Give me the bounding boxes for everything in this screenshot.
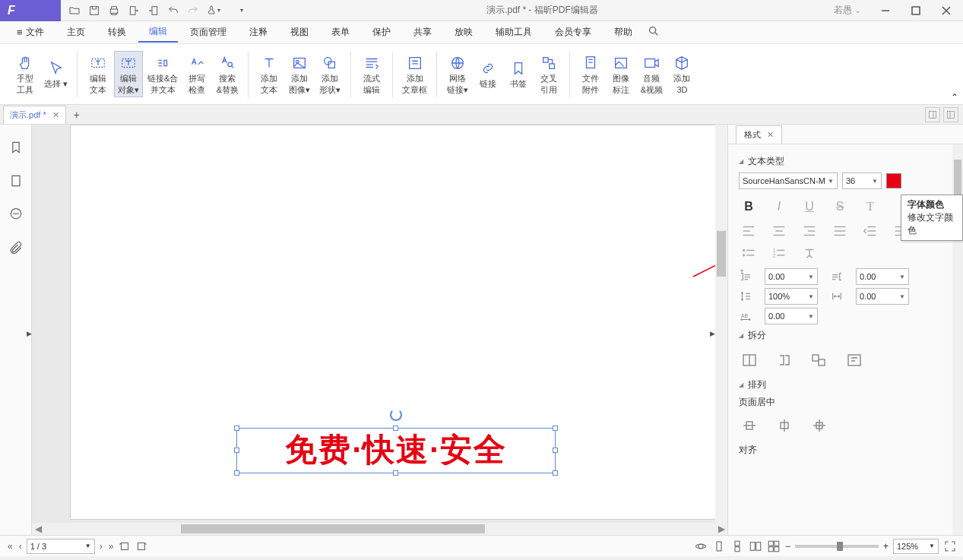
continuous-icon[interactable] (730, 539, 744, 553)
next-page-button[interactable]: › (98, 539, 104, 553)
menu-form[interactable]: 表单 (321, 23, 360, 42)
ab-spacing-input[interactable]: 0.00▼ (765, 308, 818, 324)
close-button[interactable] (933, 1, 960, 21)
prev-page-button[interactable]: ‹ (17, 539, 24, 553)
menu-protect[interactable]: 保护 (362, 23, 401, 42)
link-merge-button[interactable]: 链接&合 并文本 (144, 51, 181, 97)
resize-handle[interactable] (553, 470, 558, 476)
panel-toggle-2[interactable] (943, 107, 958, 122)
selected-text-box[interactable]: 免费·快速·安全 (236, 428, 556, 473)
import-icon[interactable] (144, 2, 163, 20)
web-link-button[interactable]: 网络 链接▾ (443, 52, 472, 96)
scroll-thumb[interactable] (717, 231, 726, 277)
scroll-thumb[interactable] (181, 524, 485, 533)
hand-tool-button[interactable]: 手型 工具 (11, 52, 40, 96)
indent-left-button[interactable] (862, 223, 879, 239)
add-image-button[interactable]: 添加 图像▾ (285, 52, 314, 96)
bold-button[interactable]: B (740, 198, 757, 215)
align-justify-button[interactable] (832, 223, 848, 239)
two-continuous-icon[interactable] (767, 539, 781, 553)
audio-video-button[interactable]: 音频 &视频 (637, 52, 666, 96)
menu-pages[interactable]: 页面管理 (179, 23, 237, 42)
single-page-icon[interactable] (712, 539, 726, 553)
undo-icon[interactable] (164, 2, 182, 20)
save-icon[interactable] (85, 2, 103, 20)
menu-convert[interactable]: 转换 (97, 23, 137, 42)
scroll-right-icon[interactable]: ▶ (715, 524, 727, 534)
flow-edit-button[interactable]: 流式 编辑 (357, 52, 386, 96)
panel-toggle-1[interactable] (925, 107, 940, 122)
strike-button[interactable]: S (832, 198, 848, 215)
zoom-slider[interactable] (795, 545, 879, 548)
cross-ref-button[interactable]: 交叉 引用 (534, 52, 563, 96)
indent-right-input[interactable]: 0.00▼ (856, 268, 909, 285)
text-direction-button[interactable]: ▾ (801, 245, 818, 262)
menu-vip[interactable]: 会员专享 (544, 23, 602, 42)
resize-handle[interactable] (234, 470, 239, 476)
first-page-button[interactable]: « (6, 539, 14, 553)
super-sub-button[interactable]: T (862, 198, 879, 215)
resize-handle[interactable] (234, 426, 239, 431)
line-spacing-input[interactable]: 100%▼ (765, 288, 818, 305)
char-spacing-input[interactable]: 0.00▼ (856, 288, 909, 305)
maximize-button[interactable] (902, 1, 930, 21)
edit-text-button[interactable]: 编辑 文本 (84, 51, 112, 97)
new-tab-button[interactable]: + (74, 109, 80, 121)
font-size-select[interactable]: 36▼ (842, 172, 882, 189)
unlink-button[interactable] (845, 351, 863, 369)
search-replace-button[interactable]: 搜索 &替换 (213, 51, 242, 97)
user-name[interactable]: 若愚 (834, 4, 852, 17)
scroll-left-icon[interactable]: ◀ (32, 524, 44, 534)
bookmark-button[interactable]: 书签 (504, 52, 533, 96)
minimize-button[interactable] (872, 1, 899, 21)
attachments-nav-icon[interactable] (8, 240, 24, 255)
menu-edit[interactable]: 编辑 (138, 22, 178, 43)
format-tab[interactable]: 格式✕ (736, 125, 782, 144)
rotate-left-icon[interactable] (118, 539, 131, 553)
italic-button[interactable]: I (771, 198, 787, 215)
menu-play[interactable]: 放映 (444, 23, 483, 42)
align-left-button[interactable] (740, 223, 757, 239)
canvas-area[interactable]: 免费·快速·安全 ◀ ▶ ▶ (32, 125, 727, 535)
document-tab[interactable]: 演示.pdf * ✕ (3, 106, 66, 124)
bookmark-nav-icon[interactable] (8, 140, 24, 155)
rotate-right-icon[interactable] (135, 539, 148, 553)
two-page-icon[interactable] (749, 539, 762, 553)
bullet-list-button[interactable]: ▾ (740, 245, 757, 262)
article-box-button[interactable]: 添加 文章框 (399, 52, 430, 96)
vertical-scrollbar[interactable] (715, 125, 727, 535)
center-horizontal-button[interactable] (740, 416, 759, 435)
touch-icon[interactable]: ▾ (204, 2, 222, 20)
nav-expand-icon[interactable]: ▶ (27, 330, 32, 337)
pages-nav-icon[interactable] (8, 173, 24, 188)
menu-help[interactable]: 帮助 (603, 23, 643, 42)
menu-comment[interactable]: 注释 (239, 23, 278, 42)
comments-nav-icon[interactable] (8, 207, 24, 222)
section-text-type[interactable]: 文本类型 (739, 155, 952, 168)
center-both-button[interactable] (810, 416, 828, 435)
image-annot-button[interactable]: 图像 标注 (607, 52, 635, 96)
export-icon[interactable] (125, 2, 143, 20)
zoom-out-button[interactable]: − (785, 541, 790, 552)
split-text-button[interactable] (775, 351, 794, 369)
font-family-select[interactable]: SourceHanSansCN-M▼ (739, 172, 838, 189)
last-page-button[interactable]: » (107, 539, 116, 553)
rotate-handle[interactable] (390, 409, 402, 421)
menu-file[interactable]: ≡文件 (6, 23, 55, 42)
add-shape-button[interactable]: 添加 形状▾ (315, 52, 344, 96)
underline-button[interactable]: U (801, 198, 818, 215)
number-list-button[interactable]: 12▾ (771, 245, 787, 262)
zoom-slider-handle[interactable] (837, 542, 843, 551)
font-color-button[interactable] (886, 173, 901, 188)
spell-check-button[interactable]: 拼写 检查 (182, 51, 211, 97)
fullscreen-icon[interactable] (943, 539, 957, 553)
panel-collapse-icon[interactable]: ▶ (710, 330, 715, 337)
menu-search-icon[interactable] (648, 25, 660, 40)
open-icon[interactable] (65, 2, 84, 20)
center-vertical-button[interactable] (775, 416, 794, 435)
tab-close-icon[interactable]: ✕ (52, 110, 59, 120)
align-center-button[interactable] (771, 223, 787, 239)
qat-more-icon[interactable]: ▾ (233, 2, 251, 20)
edit-object-button[interactable]: 编辑 对象▾ (114, 51, 143, 97)
redo-icon[interactable] (184, 2, 202, 20)
